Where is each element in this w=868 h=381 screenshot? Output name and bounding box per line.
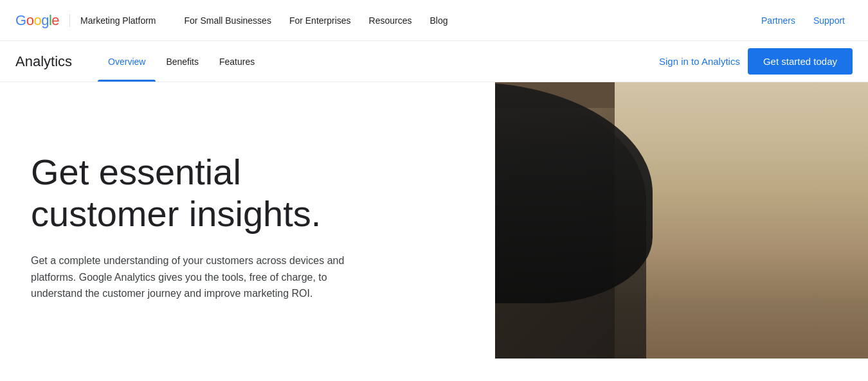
logo-o1: o bbox=[26, 12, 34, 29]
tab-overview[interactable]: Overview bbox=[98, 41, 156, 82]
secondary-navigation: Analytics Overview Benefits Features Sig… bbox=[0, 41, 868, 82]
marketing-platform-label: Marketing Platform bbox=[80, 15, 156, 26]
secondary-nav-right: Sign in to Analytics Get started today bbox=[659, 48, 853, 75]
hero-subtitle: Get a complete understanding of your cus… bbox=[31, 253, 365, 302]
get-started-button[interactable]: Get started today bbox=[748, 48, 853, 75]
google-logo: Google bbox=[15, 12, 59, 29]
tab-features[interactable]: Features bbox=[209, 41, 265, 82]
nav-partners[interactable]: Partners bbox=[754, 10, 803, 31]
nav-resources[interactable]: Resources bbox=[361, 10, 420, 31]
nav-enterprises[interactable]: For Enterprises bbox=[282, 10, 359, 31]
logo-separator bbox=[69, 14, 70, 27]
logo-e: e bbox=[51, 12, 59, 29]
sign-in-analytics-link[interactable]: Sign in to Analytics bbox=[659, 56, 740, 67]
hero-shelf-right bbox=[615, 82, 868, 359]
logo-link[interactable]: Google Marketing Platform bbox=[15, 12, 156, 29]
hero-content: Get essential customer insights. Get a c… bbox=[0, 82, 495, 359]
logo-g: G bbox=[15, 12, 26, 29]
logo-g2: g bbox=[41, 12, 49, 29]
nav-small-businesses[interactable]: For Small Businesses bbox=[177, 10, 279, 31]
tab-benefits[interactable]: Benefits bbox=[156, 41, 209, 82]
hero-title: Get essential customer insights. bbox=[31, 152, 365, 235]
nav-blog[interactable]: Blog bbox=[422, 10, 456, 31]
analytics-brand-label: Analytics bbox=[15, 53, 72, 70]
top-navigation: Google Marketing Platform For Small Busi… bbox=[0, 0, 868, 41]
logo-o2: o bbox=[33, 12, 41, 29]
hero-section: Get essential customer insights. Get a c… bbox=[0, 82, 868, 359]
nav-support[interactable]: Support bbox=[806, 10, 853, 31]
secondary-nav-links: Overview Benefits Features bbox=[98, 41, 659, 82]
top-nav-right: Partners Support bbox=[754, 10, 853, 31]
top-nav-links: For Small Businesses For Enterprises Res… bbox=[177, 10, 754, 31]
